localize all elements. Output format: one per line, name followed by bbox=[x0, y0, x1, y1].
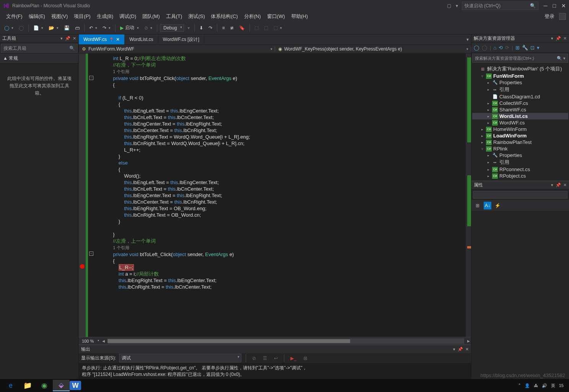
tree-item-collectwfcs[interactable]: ▸C#CollectWF.cs bbox=[472, 100, 568, 106]
tool-button-1[interactable]: ⬚ bbox=[253, 24, 261, 32]
taskbar-wps-icon[interactable]: W bbox=[70, 381, 81, 390]
nav-class-combo[interactable]: ⚙ FunWinForm.WordWF bbox=[79, 46, 275, 52]
menu-测试[interactable]: 测试(S) bbox=[185, 12, 208, 20]
menu-视图[interactable]: 视图(V) bbox=[48, 12, 71, 20]
zoom-combo[interactable]: 100 % bbox=[79, 339, 101, 343]
tab-wordwfcs[interactable]: WordWF.cs📍✕ bbox=[79, 34, 125, 44]
breakpoint-icon[interactable] bbox=[80, 264, 85, 269]
breakpoint-margin[interactable] bbox=[79, 54, 86, 337]
tree-item-funwinform[interactable]: ▿C#FunWinForm bbox=[472, 73, 568, 79]
undo-button[interactable]: ↶ bbox=[87, 24, 99, 32]
hscroll-track[interactable] bbox=[108, 338, 464, 344]
dropdown-icon[interactable]: ▾ bbox=[60, 36, 63, 41]
sln-props-icon[interactable]: 🔧 bbox=[522, 45, 528, 51]
tray-up-icon[interactable]: ˄ bbox=[518, 383, 521, 388]
tree-item-sharewfcs[interactable]: ▸C#ShareWF.cs bbox=[472, 106, 568, 113]
sln-showall-icon[interactable]: ⊡ bbox=[530, 45, 535, 51]
chevron-icon[interactable]: ▸ bbox=[486, 114, 491, 118]
code-text[interactable]: int L_R = 0;//判断左右滑动的次数 //右滑，下一个单词 1 个引用… bbox=[95, 54, 466, 337]
step-into-button[interactable]: ⬇ bbox=[197, 24, 205, 32]
tree-item-wordwfcs[interactable]: ▸C#WordWF.cs bbox=[472, 119, 568, 126]
chevron-icon[interactable]: ▿ bbox=[480, 74, 484, 78]
config-combo[interactable]: Debug bbox=[160, 24, 184, 32]
redo-button[interactable]: ↷ bbox=[101, 24, 112, 32]
output-goto-button[interactable]: ▶_ bbox=[289, 354, 298, 362]
toolbox-search-input[interactable]: 搜索工具箱 🔍 bbox=[1, 44, 78, 53]
chevron-icon[interactable]: ▸ bbox=[480, 140, 484, 144]
chevron-icon[interactable]: ▸ bbox=[486, 88, 491, 91]
avatar-icon[interactable] bbox=[559, 13, 566, 20]
chevron-icon[interactable]: ▸ bbox=[486, 160, 491, 164]
menu-帮助[interactable]: 帮助(H) bbox=[288, 12, 311, 20]
step-over-button[interactable]: ↷ bbox=[207, 24, 214, 32]
tree-item-classdiagram1cd[interactable]: 📄ClassDiagram1.cd bbox=[472, 93, 568, 100]
taskbar-edge-icon[interactable]: e bbox=[2, 380, 19, 391]
output-clear-button[interactable]: ⊘ bbox=[250, 354, 258, 362]
tree-item-rainbowplantest[interactable]: ▸C#RainbowPlanTest bbox=[472, 139, 568, 145]
pin-icon[interactable]: 📌 bbox=[556, 183, 561, 188]
menu-工具[interactable]: 工具(T) bbox=[163, 12, 186, 20]
menu-调试[interactable]: 调试(D) bbox=[116, 12, 139, 20]
pin-icon[interactable]: 📌 bbox=[65, 36, 70, 41]
props-events-button[interactable]: ⚡ bbox=[494, 202, 501, 209]
menu-生成[interactable]: 生成(B) bbox=[94, 12, 116, 20]
output-text[interactable]: 单步执行: 止在逐过程执行属性"RPlink.RPobject.get_cn"。… bbox=[79, 363, 471, 379]
save-all-button[interactable]: 🗃 bbox=[73, 24, 82, 32]
minimize-button[interactable]: ─ bbox=[544, 3, 548, 9]
output-source-combo[interactable]: 调试 bbox=[119, 354, 241, 363]
tree-item-properties[interactable]: ▸🔧Properties bbox=[472, 79, 568, 86]
platform-combo[interactable]: ▾ bbox=[186, 24, 192, 32]
outline-collapse-icon[interactable]: − bbox=[89, 76, 93, 80]
close-panel-icon[interactable]: ✕ bbox=[73, 36, 76, 41]
bookmark-button[interactable]: 🔖 bbox=[237, 24, 247, 32]
tree-item-[interactable]: ▸▪▪引用 bbox=[472, 158, 568, 166]
menu-分析[interactable]: 分析(N) bbox=[241, 12, 264, 20]
chevron-icon[interactable]: ▸ bbox=[486, 174, 491, 178]
quick-launch-input[interactable]: 快速启动 (Ctrl+Q) 🔍 bbox=[462, 2, 538, 10]
tree-item-rpobjectcs[interactable]: ▸C#RPobject.cs bbox=[472, 173, 568, 179]
sln-refresh-icon[interactable]: ⟳ bbox=[505, 45, 509, 51]
hscroll-thumb[interactable] bbox=[108, 339, 350, 343]
properties-object-combo[interactable] bbox=[473, 191, 567, 199]
tree-item-homewinform[interactable]: ▸C#HomeWinForm bbox=[472, 126, 568, 132]
chevron-icon[interactable]: ▸ bbox=[486, 101, 491, 105]
tab-scroll-icon[interactable]: ▾ bbox=[466, 37, 469, 42]
hscroll-left[interactable]: ◀ bbox=[101, 339, 106, 343]
chevron-icon[interactable]: ▸ bbox=[486, 154, 491, 157]
chevron-icon[interactable]: ▿ bbox=[480, 147, 484, 151]
menu-体系结构[interactable]: 体系结构(C) bbox=[208, 12, 241, 20]
menu-编辑[interactable]: 编辑(E) bbox=[26, 12, 48, 20]
tree-item-wordlistcs[interactable]: ▸C#WordList.cs bbox=[472, 113, 568, 119]
tray-network-icon[interactable]: 🖧 bbox=[534, 383, 538, 388]
tray-clock[interactable]: 15 bbox=[559, 383, 564, 388]
sln-view-icon[interactable]: ▾ bbox=[537, 45, 540, 51]
properties-grid[interactable] bbox=[471, 211, 569, 379]
toolbox-group-general[interactable]: ▲ 常规 bbox=[0, 54, 78, 64]
nav-back-button[interactable]: ◯ bbox=[2, 24, 15, 32]
dropdown-icon[interactable]: ▾ bbox=[453, 347, 455, 352]
tab-wordwfcs[interactable]: WordWF.cs [设计] bbox=[158, 34, 204, 44]
notifications-icon[interactable]: ▾ bbox=[456, 3, 458, 8]
tree-item-properties[interactable]: ▸🔧Properties bbox=[472, 152, 568, 158]
menu-文件[interactable]: 文件(F) bbox=[3, 12, 26, 20]
tree-item-rpconnectcs[interactable]: ▸C#RPconnect.cs bbox=[472, 166, 568, 173]
output-find-button[interactable]: ⊞ bbox=[302, 354, 309, 362]
close-panel-icon[interactable]: ✕ bbox=[563, 183, 567, 188]
tree-item-loadwinform[interactable]: ▸C#LoadWinForm bbox=[472, 132, 568, 139]
outlining-margin[interactable]: −− bbox=[88, 54, 95, 337]
menu-团队[interactable]: 团队(M) bbox=[139, 12, 163, 20]
props-alphabetical-button[interactable]: A↓ bbox=[484, 202, 491, 209]
chevron-icon[interactable]: ▸ bbox=[480, 134, 484, 138]
tree-item-rplink[interactable]: ▿C#RPlink bbox=[472, 145, 568, 152]
tree-solution-root[interactable]: ⊞解决方案'RainbowPlan' (5 个项目) bbox=[472, 65, 568, 73]
dropdown-icon[interactable]: ▾ bbox=[551, 36, 553, 41]
pin-icon[interactable]: 📌 bbox=[556, 36, 561, 41]
dropdown-icon[interactable]: ▾ bbox=[551, 183, 553, 188]
uncomment-button[interactable]: ≢ bbox=[228, 24, 236, 32]
nav-member-combo[interactable]: ◉ WordWF_KeyPress(object sender, KeyPres… bbox=[275, 46, 471, 52]
comment-button[interactable]: ≡ bbox=[220, 24, 227, 32]
outline-collapse-icon[interactable]: − bbox=[89, 252, 93, 256]
tray-ime-label[interactable]: 英 bbox=[551, 383, 555, 389]
maximize-button[interactable]: □ bbox=[553, 3, 556, 9]
pin-icon[interactable]: 📌 bbox=[458, 347, 463, 352]
